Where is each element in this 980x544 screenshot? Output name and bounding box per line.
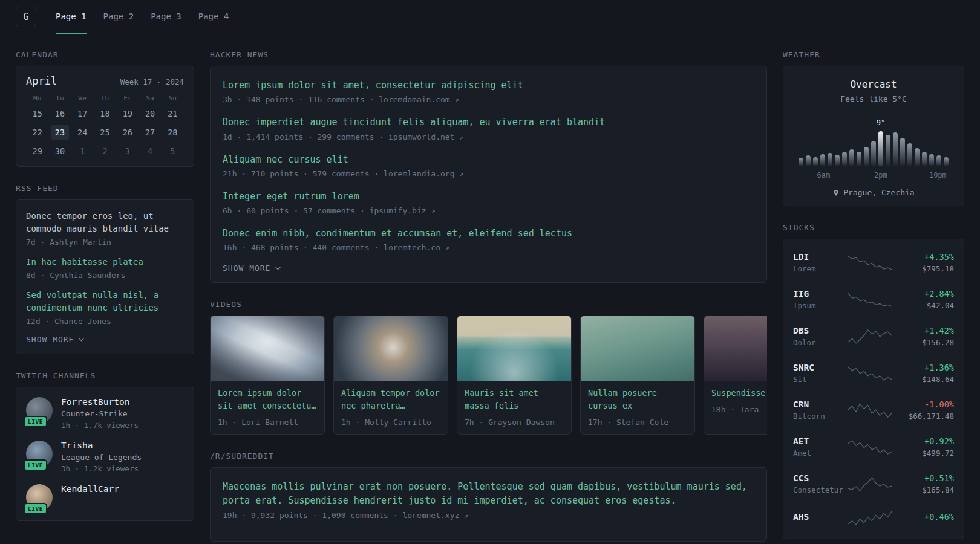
hn-item-title[interactable]: Lorem ipsum dolor sit amet, consectetur … [223,79,754,92]
temp-bar-wrap [849,121,854,166]
temp-bar [878,131,883,166]
video-thumbnail[interactable] [704,316,767,381]
stock-sparkline [848,329,892,345]
external-link-icon: ↗ [464,511,468,520]
video-card[interactable]: Lorem ipsum dolor sit amet consectetu… 1… [210,316,325,435]
weather-axis-label: 2pm [874,171,887,180]
videos-section-title: VIDEOS [210,300,767,309]
channel-info: Trisha League of Legends 3h · 1.2k viewe… [61,441,142,473]
video-title[interactable]: Lorem ipsum dolor sit amet consectetu… [218,387,317,412]
stock-row[interactable]: LDI Lorem +4.35% $795.18 [793,244,954,281]
video-meta: 18h · Tara [711,405,767,414]
subreddit-widget: /R/SUBREDDIT Maecenas mollis pulvinar er… [210,452,767,542]
hn-item-title[interactable]: Donec imperdiet augue tincidunt felis al… [223,115,754,129]
temp-bar-wrap [864,121,869,166]
stock-id: SNRC Sit [793,363,846,384]
stock-values: +0.51% $165.84 [893,473,954,494]
calendar-dow: Th [101,94,109,102]
rss-item-title[interactable]: Donec tempor eros leo, ut commodo mauris… [26,210,184,235]
hn-item-meta-text: 3h · 148 points · 116 comments · loremdo… [223,95,450,104]
subreddit-post-title[interactable]: Maecenas mollis pulvinar erat non posuer… [223,480,754,508]
calendar-day: 23 [51,125,69,140]
stock-name: Sit [793,375,846,384]
video-thumbnail[interactable] [457,316,571,381]
app-logo[interactable]: G [16,7,36,27]
channel-game[interactable]: League of Legends [61,453,142,462]
video-thumbnail[interactable] [211,316,324,381]
channel-name[interactable]: KendallCarr [61,484,119,494]
hn-item-meta-text: 1d · 1,414 points · 299 comments · ipsum… [223,132,455,141]
stock-sparkline [848,476,892,492]
stock-row[interactable]: AHS +0.46% [793,502,954,534]
stock-price: $66,171.48 [893,412,954,421]
stock-id: CRN Bitcorn [793,400,846,421]
stock-values: +1.42% $156.28 [893,326,954,347]
hn-item-meta: 1d · 1,414 points · 299 comments · ipsum… [223,132,754,141]
video-card[interactable]: Mauris sit amet massa felis 7h · Grayson… [457,316,572,435]
rss-show-more-button[interactable]: SHOW MORE [26,335,83,344]
stock-row[interactable]: SNRC Sit +1.36% $148.64 [793,355,954,392]
video-meta: 7h · Grayson Dawson [465,418,564,427]
temp-bar [820,154,825,166]
video-title[interactable]: Aliquam tempor dolor nec pharetra… [341,387,440,412]
video-title[interactable]: Nullam posuere cursus ex [588,387,687,412]
rss-item-title[interactable]: Sed volutpat nulla nisl, a condimentum n… [26,289,184,314]
external-link-icon: ↗ [459,133,463,141]
rss-item-title[interactable]: In hac habitasse platea [26,256,184,268]
stock-row[interactable]: CRN Bitcorn -1.00% $66,171.48 [793,392,954,429]
videos-widget: VIDEOS Lorem ipsum dolor sit amet consec… [210,300,767,435]
channel-game[interactable]: Counter-Strike [61,409,139,418]
video-card[interactable]: Suspendisse diam 18h · Tara [704,316,767,435]
twitch-channel[interactable]: LIVE ForrestBurton Counter-Strike 1h · 1… [26,397,184,430]
twitch-channel[interactable]: LIVE Trisha League of Legends 3h · 1.2k … [26,441,184,473]
hn-item-title[interactable]: Donec enim nibh, condimentum et accumsan… [223,227,754,241]
header-tab[interactable]: Page 2 [103,0,134,34]
header-tab[interactable]: Page 4 [198,0,229,34]
channel-name[interactable]: ForrestBurton [61,397,139,407]
twitch-card: LIVE ForrestBurton Counter-Strike 1h · 1… [16,387,194,521]
hn-item-title[interactable]: Integer eget rutrum lorem [223,190,754,204]
calendar-day: 15 [28,106,47,121]
stock-row[interactable]: DBS Dolor +1.42% $156.28 [793,318,954,355]
header-tab[interactable]: Page 1 [56,0,87,34]
channel-name[interactable]: Trisha [61,441,142,450]
subreddit-card: Maecenas mollis pulvinar erat non posuer… [210,467,767,542]
calendar-day: 20 [141,106,159,121]
subreddit-post-meta-text: 19h · 9,932 points · 1,090 comments · lo… [223,511,459,520]
stock-sparkline [848,366,892,381]
hn-item-meta: 6h · 60 points · 57 comments · ipsumify.… [223,206,754,215]
temp-bar-wrap [813,121,818,166]
hn-show-more-button[interactable]: SHOW MORE [223,264,280,273]
stock-id: IIG Ipsum [793,289,846,310]
twitch-section-title: TWITCH CHANNELS [16,371,194,380]
video-thumbnail[interactable] [334,316,448,381]
temp-label: 9° [877,118,885,127]
stock-row[interactable]: CCS Consectetur +0.51% $165.84 [793,465,954,502]
external-link-icon: ↗ [459,170,463,178]
video-card[interactable]: Nullam posuere cursus ex 17h · Stefan Co… [580,316,695,435]
video-title[interactable]: Mauris sit amet massa felis [465,387,564,412]
location-pin-icon [832,189,840,196]
temp-bar [799,158,803,166]
stock-change: -1.00% [893,400,954,409]
header-tab[interactable]: Page 3 [151,0,181,34]
hn-item-title[interactable]: Aliquam nec cursus elit [223,153,754,167]
twitch-channel[interactable]: LIVE KendallCarr [26,484,184,511]
stock-values: +0.92% $499.72 [893,436,954,458]
video-thumbnail[interactable] [581,316,694,381]
temp-bar-wrap [806,121,811,166]
left-column: CALENDAR April Week 17 · 2024 Mo Tu We T… [16,50,194,538]
hn-item-meta: 16h · 468 points · 440 comments · loremt… [223,243,754,252]
calendar-day: 25 [96,125,114,140]
calendar-days-grid: 15 16 17 18 19 20 21 22 [26,106,184,159]
calendar-day: 18 [96,106,114,121]
stock-sparkline [848,439,892,455]
calendar-day: 16 [51,106,69,121]
stock-row[interactable]: AET Amet +0.92% $499.72 [793,429,954,465]
video-card[interactable]: Aliquam tempor dolor nec pharetra… 1h · … [333,316,448,435]
temp-bar-wrap [929,121,934,166]
stock-id: DBS Dolor [793,326,846,347]
stock-price: $156.28 [893,338,954,347]
video-title[interactable]: Suspendisse diam [711,387,767,400]
stock-row[interactable]: IIG Ipsum +2.84% $42.04 [793,281,954,318]
